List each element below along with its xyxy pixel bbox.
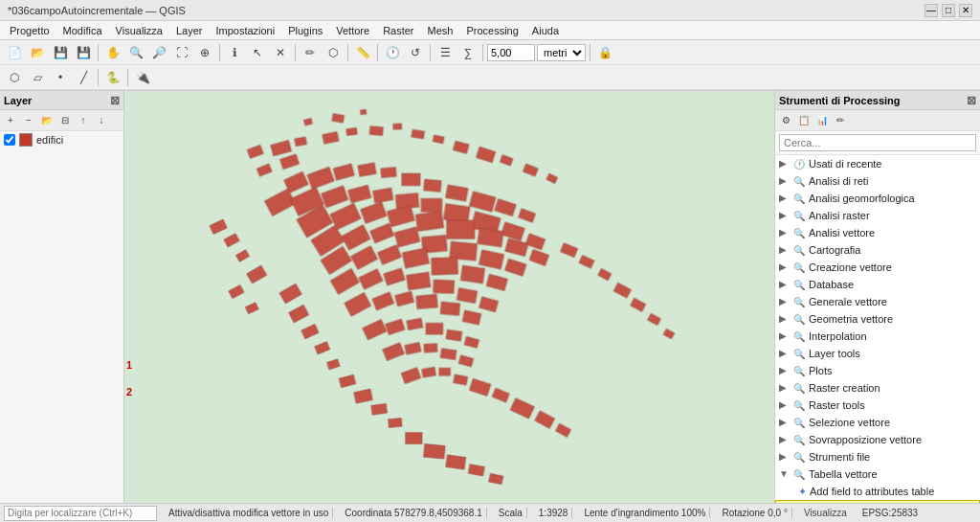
python-btn[interactable]: 🐍 xyxy=(102,67,123,88)
tree-group-cartografia[interactable]: ▶ 🔍 Cartografia xyxy=(775,241,980,259)
processing-settings-btn[interactable]: ⚙ xyxy=(777,112,794,129)
visualize-btn[interactable]: Visualizza xyxy=(800,508,851,518)
layer-name-edifici: edifici xyxy=(36,134,63,146)
layer-up-btn[interactable]: ↑ xyxy=(75,112,92,129)
save-btn[interactable]: 💾 xyxy=(50,42,71,63)
tree-group-layer-tools[interactable]: ▶ 🔍 Layer tools xyxy=(775,345,980,362)
toggle-edit-btn[interactable]: Attiva/disattiva modifica vettore in uso xyxy=(165,508,333,518)
layer-remove-btn[interactable]: − xyxy=(20,112,37,129)
menu-mesh[interactable]: Mesh xyxy=(422,23,459,38)
search-icon-reti: 🔍 xyxy=(792,174,806,188)
menu-impostazioni[interactable]: Impostazioni xyxy=(210,23,280,38)
tree-group-interpolation[interactable]: ▶ 🔍 Interpolation xyxy=(775,328,980,345)
processing-tree[interactable]: ▶ 🕐 Usati di recente ▶ 🔍 Analisi di reti… xyxy=(775,155,980,503)
map-area[interactable]: 1 2 xyxy=(124,91,774,503)
unit-select[interactable]: metri xyxy=(537,44,586,61)
plugin-btn[interactable]: 🔌 xyxy=(132,67,153,88)
pan-btn[interactable]: ✋ xyxy=(102,42,123,63)
stats-btn[interactable]: ∑ xyxy=(457,42,479,63)
svg-rect-123 xyxy=(446,455,466,469)
identify-btn[interactable]: ℹ xyxy=(224,42,245,63)
menu-raster[interactable]: Raster xyxy=(377,23,419,38)
layer-open-btn[interactable]: 📂 xyxy=(38,112,56,129)
layers-close-btn[interactable]: ⊠ xyxy=(110,94,120,107)
tree-group-analisi-reti[interactable]: ▶ 🔍 Analisi di reti xyxy=(775,172,980,190)
processing-close-btn[interactable]: ⊠ xyxy=(967,94,976,107)
menu-plugins[interactable]: Plugins xyxy=(282,23,328,38)
tree-group-analisi-vettore[interactable]: ▶ 🔍 Analisi vettore xyxy=(775,224,980,241)
sep3 xyxy=(295,44,296,61)
tree-group-geometria-vettore[interactable]: ▶ 🔍 Geometria vettore xyxy=(775,310,980,328)
refresh-btn[interactable]: ↺ xyxy=(405,42,426,63)
svg-rect-70 xyxy=(434,280,455,293)
edit-btn[interactable]: ✏ xyxy=(300,42,321,63)
tree-group-tabella-vettore[interactable]: ▼ 🔍 Tabella vettore xyxy=(775,465,980,483)
tree-group-analisi-geo[interactable]: ▶ 🔍 Analisi geomorfologica xyxy=(775,190,980,207)
menu-progetto[interactable]: Progetto xyxy=(4,23,56,38)
menu-modifica[interactable]: Modifica xyxy=(57,23,108,38)
tree-label-add-field: Add field to attributes table xyxy=(810,486,934,497)
tree-group-analisi-raster[interactable]: ▶ 🔍 Analisi raster xyxy=(775,207,980,224)
search-icon-database: 🔍 xyxy=(792,278,806,291)
layer-down-btn[interactable]: ↓ xyxy=(93,112,110,129)
zoom-in-btn[interactable]: 🔍 xyxy=(125,42,146,63)
layer-checkbox-edifici[interactable] xyxy=(4,134,15,146)
locate-input[interactable] xyxy=(4,506,157,521)
minimize-button[interactable]: — xyxy=(924,4,938,17)
new-project-btn[interactable]: 📄 xyxy=(4,42,25,63)
tree-item-add-field[interactable]: ✦ Add field to attributes table xyxy=(775,483,980,500)
tree-group-creazione-vettore[interactable]: ▶ 🔍 Creazione vettore xyxy=(775,259,980,276)
layers-title: Layer xyxy=(4,95,32,106)
deselect-btn[interactable]: ✕ xyxy=(270,42,291,63)
title-bar: *036campoAutoincrementale — QGIS — □ ✕ xyxy=(0,0,980,21)
value-input[interactable] xyxy=(487,44,535,61)
time-btn[interactable]: 🕐 xyxy=(382,42,403,63)
menu-vettore[interactable]: Vettore xyxy=(330,23,375,38)
layer-filter-btn[interactable]: ⊟ xyxy=(56,112,74,129)
processing-edit-btn[interactable]: ✏ xyxy=(832,112,849,129)
table-btn[interactable]: ☰ xyxy=(434,42,456,63)
search-icon-interpolation: 🔍 xyxy=(792,329,806,343)
digitize-btn[interactable]: ⬡ xyxy=(4,67,25,88)
tree-group-raster-tools[interactable]: ▶ 🔍 Raster tools xyxy=(775,397,980,414)
processing-results-btn[interactable]: 📊 xyxy=(813,112,831,129)
tree-group-recenti[interactable]: ▶ 🕐 Usati di recente xyxy=(775,155,980,172)
map-canvas[interactable] xyxy=(124,91,774,503)
processing-history-btn[interactable]: 📋 xyxy=(795,112,813,129)
tree-group-raster-creation[interactable]: ▶ 🔍 Raster creation xyxy=(775,379,980,397)
tree-label-analisi-vettore: Analisi vettore xyxy=(809,227,875,238)
save-as-btn[interactable]: 💾 xyxy=(73,42,94,63)
menu-processing[interactable]: Processing xyxy=(460,23,523,38)
search-input[interactable] xyxy=(779,134,976,151)
scale-label: Scala xyxy=(495,508,527,518)
tree-group-sovrapposizione[interactable]: ▶ 🔍 Sovrapposizione vettore xyxy=(775,431,980,448)
node-btn[interactable]: ⬡ xyxy=(323,42,344,63)
arrow-raster-creation: ▶ xyxy=(779,382,791,394)
layer-item-edifici[interactable]: edifici xyxy=(0,131,123,148)
point-btn[interactable]: • xyxy=(50,67,71,88)
tree-label-raster-tools: Raster tools xyxy=(809,399,865,411)
tree-group-strumenti-file[interactable]: ▶ 🔍 Strumenti file xyxy=(775,448,980,465)
select-btn[interactable]: ↖ xyxy=(247,42,268,63)
tree-group-selezione-vettore[interactable]: ▶ 🔍 Selezione vettore xyxy=(775,414,980,431)
menu-visualizza[interactable]: Visualizza xyxy=(110,23,168,38)
measure-btn[interactable]: 📏 xyxy=(352,42,373,63)
arrow-cartografia: ▶ xyxy=(779,244,791,256)
tree-group-database[interactable]: ▶ 🔍 Database xyxy=(775,276,980,293)
close-button[interactable]: ✕ xyxy=(959,4,972,17)
tree-group-plots[interactable]: ▶ 🔍 Plots xyxy=(775,362,980,379)
menu-aiuda[interactable]: Aiuda xyxy=(526,23,565,38)
zoom-out-btn[interactable]: 🔎 xyxy=(148,42,169,63)
maximize-button[interactable]: □ xyxy=(942,4,955,17)
polygon-btn[interactable]: ▱ xyxy=(27,67,48,88)
layer-add-btn[interactable]: + xyxy=(2,112,19,129)
menu-layer[interactable]: Layer xyxy=(170,23,209,38)
arrow-strumenti-file: ▶ xyxy=(779,451,791,463)
zoom-extent-btn[interactable]: ⛶ xyxy=(171,42,192,63)
tree-group-generale-vettore[interactable]: ▶ 🔍 Generale vettore xyxy=(775,293,980,310)
line-btn[interactable]: ╱ xyxy=(73,67,94,88)
zoom-layer-btn[interactable]: ⊕ xyxy=(194,42,215,63)
open-btn[interactable]: 📂 xyxy=(27,42,48,63)
svg-rect-37 xyxy=(421,198,442,212)
lock-btn[interactable]: 🔒 xyxy=(594,42,615,63)
